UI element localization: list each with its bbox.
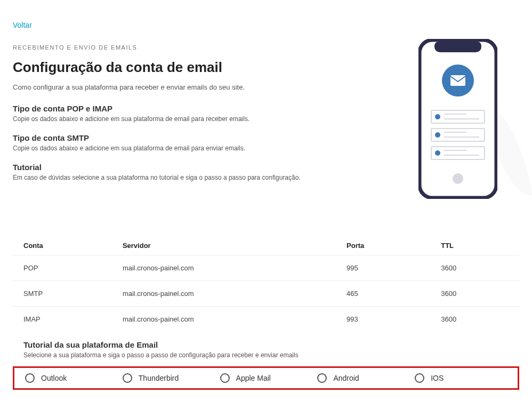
- back-link[interactable]: Voltar: [13, 21, 32, 29]
- cell-servidor: mail.cronos-painel.com: [112, 281, 336, 307]
- radio-label: Thunderbird: [139, 374, 179, 382]
- smtp-desc: Copie os dados abaixo e adicione em sua …: [13, 145, 333, 152]
- cell-servidor: mail.cronos-painel.com: [112, 255, 336, 281]
- cell-ttl: 3600: [430, 255, 519, 281]
- tutorial-subtitle: Selecione a sua plataforma e siga o pass…: [23, 351, 519, 359]
- header-block: RECEBIMENTO E ENVIO DE EMAILS Configuraç…: [13, 44, 333, 192]
- tutorial-block-title: Tutorial: [13, 163, 333, 172]
- smtp-title: Tipo de conta SMTP: [13, 133, 333, 142]
- svg-point-4: [435, 114, 440, 119]
- th-porta: Porta: [336, 236, 430, 255]
- cell-porta: 995: [336, 255, 430, 281]
- cell-conta: POP: [13, 255, 112, 281]
- page-subtitle: Como configurar a sua plataforma para re…: [13, 83, 333, 91]
- table-row: SMTP mail.cronos-painel.com 465 3600: [13, 281, 519, 307]
- th-ttl: TTL: [430, 236, 519, 255]
- radio-apple-mail[interactable]: Apple Mail: [220, 373, 312, 383]
- platform-radio-group: Outlook Thunderbird Apple Mail Android I…: [13, 366, 519, 390]
- th-conta: Conta: [13, 236, 112, 255]
- radio-icon: [25, 373, 35, 383]
- radio-label: Apple Mail: [236, 374, 271, 382]
- cell-conta: SMTP: [13, 281, 112, 307]
- radio-icon: [415, 373, 424, 383]
- radio-label: Outlook: [41, 374, 67, 382]
- tutorial-title: Tutorial da sua plataforma de Email: [23, 340, 519, 349]
- svg-rect-2: [450, 75, 465, 86]
- radio-icon: [220, 373, 230, 383]
- svg-point-8: [435, 132, 440, 138]
- accounts-table: Conta Servidor Porta TTL POP mail.cronos…: [13, 236, 519, 332]
- th-servidor: Servidor: [112, 236, 336, 255]
- pop-imap-title: Tipo de conta POP e IMAP: [13, 104, 333, 113]
- svg-point-12: [435, 150, 440, 156]
- radio-thunderbird[interactable]: Thunderbird: [123, 373, 215, 383]
- pop-imap-desc: Copie os dados abaixo e adicione em sua …: [13, 115, 333, 123]
- cell-ttl: 3600: [430, 281, 519, 307]
- radio-outlook[interactable]: Outlook: [25, 373, 117, 383]
- svg-point-15: [453, 173, 463, 184]
- radio-label: IOS: [431, 374, 444, 382]
- cell-servidor: mail.cronos-painel.com: [112, 307, 336, 332]
- cell-conta: IMAP: [13, 307, 112, 332]
- radio-icon: [317, 373, 327, 383]
- radio-label: Android: [333, 374, 359, 382]
- cell-porta: 993: [336, 307, 430, 332]
- page-title: Configuração da conta de email: [13, 59, 333, 76]
- radio-icon: [123, 373, 132, 383]
- table-row: IMAP mail.cronos-painel.com 993 3600: [13, 307, 519, 332]
- phone-illustration: [402, 39, 514, 199]
- radio-android[interactable]: Android: [317, 373, 409, 383]
- cell-porta: 465: [336, 281, 430, 307]
- tutorial-block-desc: Em caso de dúvidas selecione a sua plata…: [13, 174, 333, 181]
- cell-ttl: 3600: [430, 307, 519, 332]
- section-label: RECEBIMENTO E ENVIO DE EMAILS: [13, 44, 333, 51]
- radio-ios[interactable]: IOS: [415, 373, 507, 383]
- table-row: POP mail.cronos-painel.com 995 3600: [13, 255, 519, 281]
